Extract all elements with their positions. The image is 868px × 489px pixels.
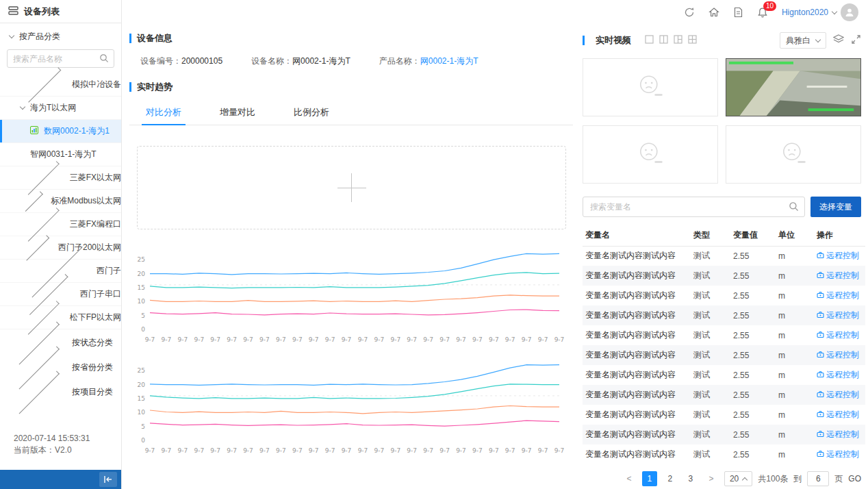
field-value[interactable]: 网0002-1-海为T (420, 56, 478, 66)
tree-item[interactable]: 数网0002-1-海为1 (0, 120, 121, 143)
video-frame[interactable] (726, 58, 861, 116)
page-number-button[interactable]: 3 (683, 471, 698, 486)
chevron-right-icon (24, 235, 49, 260)
chart-drop-zone[interactable] (137, 146, 566, 229)
tab-inactive[interactable]: 比例分析 (285, 100, 337, 125)
sidebar-section[interactable]: 按状态分类 (0, 329, 121, 354)
remote-control-link[interactable]: 远程控制 (817, 389, 859, 401)
tab-active[interactable]: 对比分析 (138, 100, 190, 125)
home-icon[interactable] (709, 7, 719, 18)
total-count: 共100条 (758, 473, 788, 485)
tree-item[interactable]: 松下FP以太网 (0, 306, 121, 329)
remote-control-link[interactable]: 远程控制 (817, 369, 859, 381)
svg-text:9-7: 9-7 (227, 336, 237, 343)
sidebar-section[interactable]: 按项目分类 (0, 379, 121, 403)
page-size-select[interactable]: 20 (724, 471, 752, 486)
right-panel: 实时视频 典雅白 (583, 32, 861, 489)
layout-two-icon[interactable] (659, 34, 668, 47)
app: 设备列表 按产品分类 模拟中冶设备海为T以太网数网0002-1-海为1智网003… (0, 0, 868, 489)
svg-text:9-7: 9-7 (276, 336, 286, 343)
cell-type: 测试 (691, 286, 730, 305)
remote-control-link[interactable]: 远程控制 (817, 449, 859, 460)
remote-control-link[interactable]: 远程控制 (817, 270, 859, 281)
svg-text:9-7: 9-7 (292, 336, 303, 343)
remote-control-link[interactable]: 远程控制 (817, 329, 859, 341)
svg-text:10: 10 (138, 409, 146, 416)
variables-table-body: 变量名测试内容测试内容测试2.55m远程控制变量名测试内容测试内容测试2.55m… (583, 246, 865, 464)
fullscreen-icon[interactable] (851, 34, 861, 47)
svg-text:20: 20 (138, 271, 146, 277)
version-label: 当前版本：V2.0 (14, 444, 121, 456)
remote-control-icon (817, 251, 824, 261)
tree-item[interactable]: 海为T以太网 (0, 97, 121, 120)
tree-item[interactable]: 三菱FX编程口 (0, 213, 121, 236)
select-variables-button[interactable]: 选择变量 (810, 197, 861, 217)
user-menu[interactable]: Hignton2020 (782, 3, 858, 21)
page-number-button[interactable]: 1 (642, 471, 657, 486)
search-icon[interactable] (99, 53, 109, 66)
search-icon[interactable] (789, 201, 799, 214)
variable-search (583, 197, 805, 217)
cell-unit: m (776, 325, 814, 345)
tab-inactive[interactable]: 增量对比 (212, 100, 264, 125)
cell-unit: m (776, 385, 814, 405)
next-page-button[interactable]: > (704, 471, 719, 486)
video-placeholder[interactable] (726, 125, 861, 184)
tree-item[interactable]: 标准Modbus以太网 (0, 190, 121, 213)
svg-text:9-7: 9-7 (194, 336, 204, 343)
chart-series-series-2 (150, 273, 559, 288)
go-button[interactable]: GO (848, 474, 861, 484)
notifications-bell-icon[interactable]: 10 (757, 7, 768, 18)
cell-unit: m (776, 266, 814, 286)
cell-value: 2.55 (730, 286, 776, 305)
cell-variable-name: 变量名测试内容测试内容 (583, 365, 691, 385)
jump-page-input[interactable] (807, 471, 829, 486)
cell-type: 测试 (691, 405, 730, 425)
remote-control-link[interactable]: 远程控制 (817, 250, 859, 262)
remote-control-link[interactable]: 远程控制 (817, 429, 859, 440)
tree-item[interactable]: 西门子200以太网 (0, 236, 121, 260)
svg-text:9-7: 9-7 (358, 336, 368, 343)
theme-select[interactable]: 典雅白 (780, 32, 826, 49)
remote-control-icon (817, 450, 824, 460)
prev-page-button[interactable]: < (622, 471, 637, 486)
topbar: 10 Hignton2020 (122, 0, 868, 25)
layout-four-icon[interactable] (688, 34, 697, 47)
column-header: 单位 (776, 225, 814, 246)
page-number-button[interactable]: 2 (663, 471, 678, 486)
remote-control-link[interactable]: 远程控制 (817, 349, 859, 361)
svg-text:9-7: 9-7 (456, 336, 466, 343)
avatar[interactable] (841, 3, 858, 21)
sidebar-section-by-product[interactable]: 按产品分类 (0, 23, 121, 48)
remote-control-icon (817, 390, 824, 400)
remote-control-link[interactable]: 远程控制 (817, 290, 859, 301)
trend-title: 实时趋势 (137, 81, 173, 93)
sidebar-section[interactable]: 按省份分类 (0, 354, 121, 379)
content: 设备信息 设备编号：200000105设备名称：网0002-1-海为T产品名称：… (122, 25, 868, 489)
video-placeholder[interactable] (583, 58, 718, 116)
cell-variable-name: 变量名测试内容测试内容 (583, 385, 691, 405)
remote-control-link[interactable]: 远程控制 (817, 310, 859, 321)
tree-item[interactable]: 三菱FX以太网 (0, 166, 121, 190)
variable-search-input[interactable] (583, 197, 805, 217)
remote-control-link[interactable]: 远程控制 (817, 409, 859, 421)
tree-item[interactable]: 智网0031-1-海为T (0, 143, 121, 166)
video-placeholder[interactable] (583, 125, 718, 184)
svg-text:9-7: 9-7 (227, 447, 237, 454)
tree-item-label: 海为T以太网 (30, 102, 76, 114)
device-info-header: 设备信息 (129, 32, 573, 45)
tree-item[interactable]: 模拟中冶设备 (0, 73, 121, 97)
video-grid (583, 58, 861, 184)
tree-item[interactable]: 西门子串口 (0, 283, 121, 306)
layout-three-icon[interactable] (674, 34, 682, 47)
collapse-sidebar-button[interactable] (99, 472, 117, 487)
tree-item-label: 三菱FX以太网 (70, 172, 121, 184)
line-chart: 05101520259-79-79-79-79-79-79-79-79-79-7… (129, 244, 565, 347)
section-label: 按产品分类 (19, 31, 60, 42)
document-icon[interactable] (733, 7, 743, 18)
product-search-input[interactable] (7, 49, 114, 68)
layers-icon[interactable] (833, 34, 844, 47)
notification-badge: 10 (763, 1, 776, 11)
layout-single-icon[interactable] (645, 34, 654, 47)
refresh-icon[interactable] (684, 7, 695, 18)
